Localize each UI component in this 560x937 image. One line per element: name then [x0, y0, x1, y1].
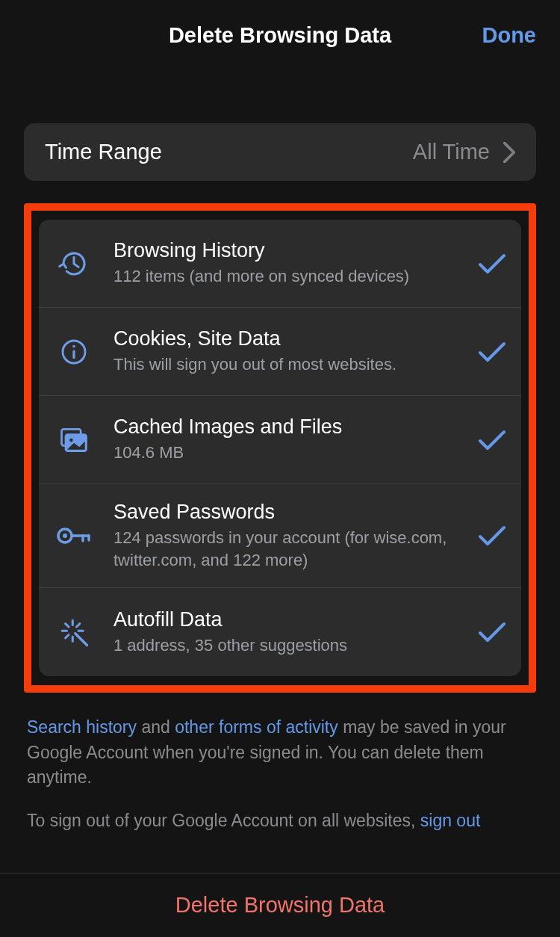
row-subtitle: 104.6 MB	[113, 442, 470, 464]
footer-text-1: and	[137, 717, 175, 737]
svg-line-14	[77, 624, 80, 627]
time-range-row[interactable]: Time Range All Time	[24, 123, 536, 181]
svg-point-7	[63, 534, 67, 538]
delete-browsing-data-button[interactable]: Delete Browsing Data	[175, 893, 385, 918]
history-icon	[54, 244, 94, 284]
highlight-box: Browsing History 112 items (and more on …	[24, 203, 536, 693]
info-icon	[54, 332, 94, 372]
bottom-bar: Delete Browsing Data	[0, 873, 560, 937]
signout-text: To sign out of your Google Account on al…	[27, 811, 420, 830]
svg-line-15	[75, 634, 87, 646]
page-title: Delete Browsing Data	[169, 23, 391, 48]
svg-line-13	[66, 635, 69, 638]
svg-rect-2	[72, 350, 75, 359]
check-icon	[478, 621, 506, 643]
footer-note: Search history and other forms of activi…	[24, 715, 536, 790]
done-button[interactable]: Done	[482, 23, 537, 48]
autofill-wand-icon	[54, 612, 94, 652]
time-range-value: All Time	[413, 140, 490, 164]
data-type-list: Browsing History 112 items (and more on …	[39, 220, 521, 676]
row-subtitle: 112 items (and more on synced devices)	[113, 265, 470, 288]
check-icon	[478, 341, 506, 363]
row-passwords[interactable]: Saved Passwords 124 passwords in your ac…	[39, 484, 521, 588]
time-range-label: Time Range	[45, 140, 162, 164]
row-text: Saved Passwords 124 passwords in your ac…	[113, 501, 478, 571]
check-icon	[478, 253, 506, 275]
row-text: Cached Images and Files 104.6 MB	[113, 415, 478, 464]
other-activity-link[interactable]: other forms of activity	[175, 717, 338, 737]
row-title: Autofill Data	[113, 608, 470, 631]
row-browsing-history[interactable]: Browsing History 112 items (and more on …	[39, 220, 521, 308]
check-icon	[478, 525, 506, 547]
signout-link[interactable]: sign out	[420, 811, 481, 830]
time-range-right: All Time	[413, 140, 515, 164]
row-subtitle: 124 passwords in your account (for wise.…	[113, 527, 470, 571]
row-title: Browsing History	[113, 239, 470, 262]
chevron-right-icon	[503, 142, 515, 163]
search-history-link[interactable]: Search history	[27, 717, 137, 737]
svg-point-1	[72, 344, 75, 347]
row-text: Cookies, Site Data This will sign you ou…	[113, 327, 478, 376]
svg-line-12	[66, 624, 69, 627]
images-icon	[54, 420, 94, 460]
row-text: Autofill Data 1 address, 35 other sugges…	[113, 608, 478, 657]
row-title: Cached Images and Files	[113, 415, 470, 439]
row-subtitle: This will sign you out of most websites.	[113, 353, 470, 376]
check-icon	[478, 429, 506, 451]
svg-point-5	[69, 438, 73, 442]
row-text: Browsing History 112 items (and more on …	[113, 239, 478, 288]
row-title: Cookies, Site Data	[113, 327, 470, 350]
header: Delete Browsing Data Done	[0, 0, 560, 71]
row-autofill[interactable]: Autofill Data 1 address, 35 other sugges…	[39, 588, 521, 676]
key-icon	[54, 516, 94, 556]
signout-note: To sign out of your Google Account on al…	[24, 811, 536, 844]
content: Time Range All Time Browsing History	[0, 123, 560, 844]
row-cached[interactable]: Cached Images and Files 104.6 MB	[39, 396, 521, 484]
row-cookies[interactable]: Cookies, Site Data This will sign you ou…	[39, 308, 521, 396]
row-title: Saved Passwords	[113, 501, 470, 524]
row-subtitle: 1 address, 35 other suggestions	[113, 634, 470, 657]
